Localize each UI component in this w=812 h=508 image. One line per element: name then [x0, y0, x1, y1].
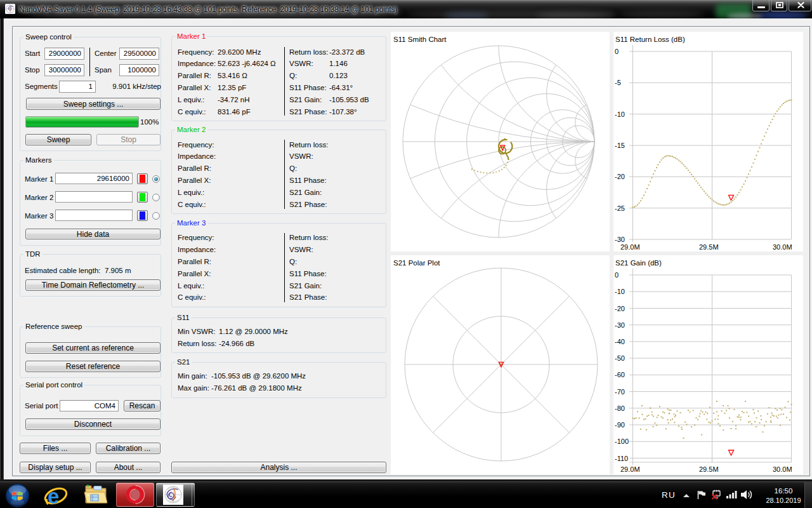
svg-text:-20: -20: [615, 173, 625, 180]
svg-text:-40: -40: [615, 338, 625, 345]
svg-text:e: e: [48, 485, 59, 507]
svg-text:-80: -80: [615, 404, 625, 412]
svg-text:-60: -60: [615, 371, 625, 378]
svg-text:-10: -10: [615, 288, 625, 295]
svg-text:-5: -5: [615, 79, 621, 86]
svg-text:30.0M: 30.0M: [773, 243, 792, 251]
svg-text:29.0M: 29.0M: [620, 243, 640, 251]
svg-text:-110: -110: [615, 455, 628, 462]
svg-text:0: 0: [615, 271, 619, 279]
svg-text:-30: -30: [615, 236, 625, 243]
svg-text:-20: -20: [615, 305, 625, 312]
svg-text:-100: -100: [615, 438, 629, 445]
svg-text:-90: -90: [615, 421, 625, 429]
svg-text:-15: -15: [615, 142, 625, 149]
svg-text:29.5M: 29.5M: [699, 243, 719, 251]
svg-text:-10: -10: [615, 110, 625, 118]
svg-text:29.0M: 29.0M: [620, 465, 640, 473]
svg-text:-25: -25: [615, 204, 625, 212]
svg-text:-50: -50: [615, 354, 625, 362]
svg-text:0: 0: [615, 48, 619, 55]
svg-text:-70: -70: [615, 388, 625, 396]
svg-text:S11 Smith Chart: S11 Smith Chart: [393, 36, 447, 43]
svg-text:S21 Gain (dB): S21 Gain (dB): [615, 259, 662, 267]
svg-text:-30: -30: [615, 321, 625, 329]
svg-text:S11 Return Loss (dB): S11 Return Loss (dB): [615, 36, 685, 43]
svg-text:30.0M: 30.0M: [773, 465, 792, 473]
svg-text:S21 Polar Plot: S21 Polar Plot: [393, 259, 440, 267]
svg-text:29.5M: 29.5M: [699, 465, 719, 473]
